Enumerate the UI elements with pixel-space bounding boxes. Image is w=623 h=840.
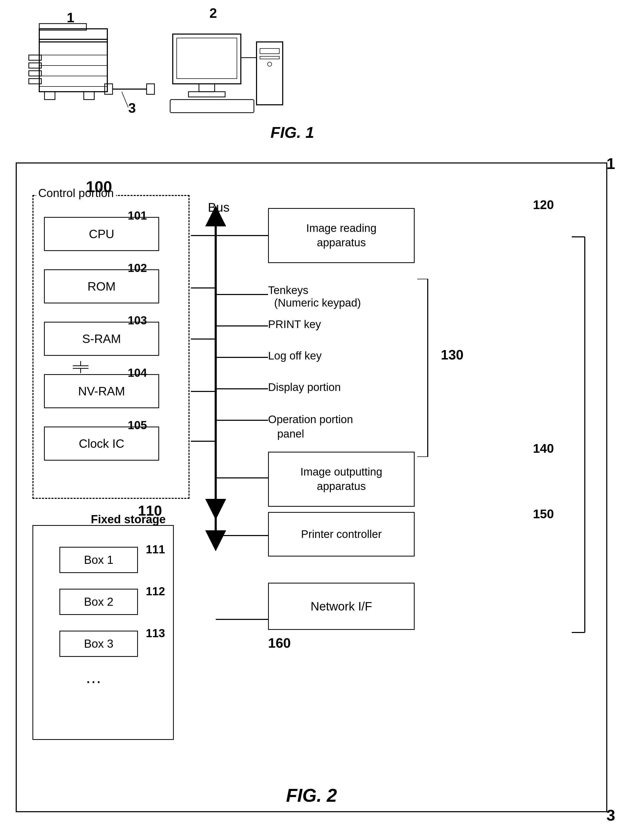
fixed-storage-number: 110 [138, 502, 162, 519]
box2-label: Box 2 [84, 595, 114, 608]
outer-label-3: 3 [606, 806, 615, 824]
box2-number: 112 [146, 585, 165, 598]
box3-number: 113 [146, 627, 165, 640]
fig2-label: FIG. 2 [286, 785, 337, 806]
down-arrow [200, 499, 232, 551]
fig1-area: 1 2 [26, 8, 340, 144]
box3-item: Box 3 [60, 631, 138, 657]
svg-rect-22 [199, 84, 215, 92]
display-portion-label: Display portion [268, 381, 341, 394]
fig1-svg: 1 2 [26, 8, 314, 134]
operation-panel-label: Operation portion panel [268, 412, 353, 441]
box1-number: 111 [146, 543, 165, 556]
svg-text:2: 2 [209, 8, 217, 21]
svg-text:1: 1 [67, 10, 74, 25]
svg-rect-25 [256, 42, 283, 105]
svg-rect-24 [170, 100, 254, 113]
box2-item: Box 2 [60, 589, 138, 615]
svg-marker-55 [205, 530, 226, 551]
connection-lines [17, 163, 239, 530]
outer-label-1: 1 [606, 155, 615, 173]
print-key-label: PRINT key [268, 318, 321, 331]
svg-rect-15 [105, 84, 112, 94]
svg-rect-23 [189, 92, 225, 97]
image-output-box: Image outputtingapparatus [268, 452, 414, 507]
logoff-key-label: Log off key [268, 349, 322, 362]
svg-rect-27 [260, 56, 279, 59]
svg-point-28 [267, 62, 272, 66]
image-reading-box: Image readingapparatus [268, 208, 414, 263]
svg-rect-3 [39, 29, 107, 42]
box1-item: Box 1 [60, 547, 138, 573]
fixed-storage-box: Fixed storage 110 Box 1 111 Box 2 112 Bo… [32, 525, 174, 740]
box3-label: Box 3 [84, 637, 114, 650]
box1-label: Box 1 [84, 553, 114, 566]
svg-rect-21 [177, 38, 237, 78]
svg-rect-26 [260, 48, 279, 54]
svg-rect-20 [173, 34, 241, 84]
tenkeys-label: Tenkeys (Numeric keypad) [268, 284, 361, 309]
outer-connection [414, 163, 598, 766]
svg-text:3: 3 [128, 100, 136, 115]
ellipsis: ⋯ [86, 672, 101, 691]
page-container: 1 2 [0, 0, 623, 840]
svg-rect-10 [84, 92, 94, 100]
svg-rect-17 [147, 84, 155, 94]
network-box: Network I/F [268, 583, 414, 630]
network-number: 160 [268, 635, 291, 651]
svg-line-19 [122, 92, 128, 108]
printer-controller-box: Printer controller [268, 512, 414, 557]
fig1-label: FIG. 1 [270, 123, 314, 142]
svg-rect-9 [44, 92, 55, 100]
fig2-container: FIG. 2 Control portion 100 CPU 101 ROM 1… [16, 162, 607, 812]
